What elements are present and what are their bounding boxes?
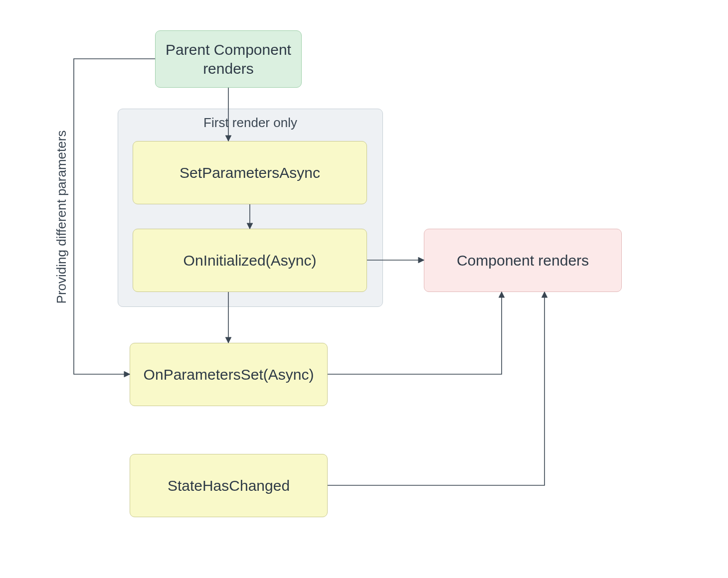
- node-on-parameters-set-async: OnParametersSet(Async): [130, 343, 328, 406]
- node-component-renders: Component renders: [424, 229, 622, 292]
- node-on-initialized-async: OnInitialized(Async): [133, 229, 367, 292]
- node-parent-renders: Parent Component renders: [155, 30, 302, 88]
- node-state-has-changed: StateHasChanged: [130, 454, 328, 517]
- diagram-canvas: First render only Parent Component rende…: [0, 0, 728, 578]
- edge-label-providing-parameters: Providing different parameters: [54, 131, 69, 304]
- edge-statechanged-to-renders: [328, 292, 545, 485]
- node-set-parameters-async: SetParametersAsync: [133, 141, 367, 204]
- group-title: First render only: [118, 115, 382, 131]
